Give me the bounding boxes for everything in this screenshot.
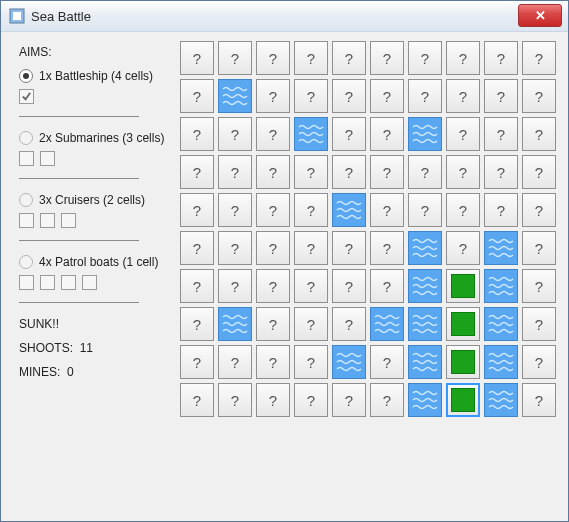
grid-cell-unknown[interactable]: ?: [522, 117, 556, 151]
grid-cell-unknown[interactable]: ?: [256, 117, 290, 151]
grid-cell-unknown[interactable]: ?: [218, 117, 252, 151]
grid-cell-unknown[interactable]: ?: [522, 155, 556, 189]
grid-cell-unknown[interactable]: ?: [408, 79, 442, 113]
grid-cell-unknown[interactable]: ?: [294, 155, 328, 189]
grid-cell-miss[interactable]: [484, 307, 518, 341]
grid-cell-hit[interactable]: [446, 345, 480, 379]
grid-cell-unknown[interactable]: ?: [256, 383, 290, 417]
grid-cell-miss[interactable]: [370, 307, 404, 341]
grid-cell-unknown[interactable]: ?: [446, 193, 480, 227]
grid-cell-unknown[interactable]: ?: [446, 41, 480, 75]
grid-cell-unknown[interactable]: ?: [522, 193, 556, 227]
grid-cell-unknown[interactable]: ?: [332, 231, 366, 265]
grid-cell-unknown[interactable]: ?: [180, 155, 214, 189]
grid-cell-unknown[interactable]: ?: [332, 383, 366, 417]
grid-cell-unknown[interactable]: ?: [522, 269, 556, 303]
grid-cell-unknown[interactable]: ?: [218, 41, 252, 75]
grid-cell-unknown[interactable]: ?: [180, 79, 214, 113]
grid-cell-unknown[interactable]: ?: [294, 345, 328, 379]
grid-cell-unknown[interactable]: ?: [256, 41, 290, 75]
grid-cell-unknown[interactable]: ?: [218, 193, 252, 227]
grid-cell-unknown[interactable]: ?: [256, 269, 290, 303]
grid-cell-unknown[interactable]: ?: [294, 79, 328, 113]
grid-cell-unknown[interactable]: ?: [294, 269, 328, 303]
grid-cell-unknown[interactable]: ?: [408, 155, 442, 189]
grid-cell-unknown[interactable]: ?: [218, 155, 252, 189]
grid-cell-unknown[interactable]: ?: [408, 193, 442, 227]
grid-cell-unknown[interactable]: ?: [408, 41, 442, 75]
grid-cell-unknown[interactable]: ?: [294, 193, 328, 227]
grid-cell-miss[interactable]: [408, 231, 442, 265]
grid-cell-hit[interactable]: [446, 383, 480, 417]
grid-cell-unknown[interactable]: ?: [446, 155, 480, 189]
grid-cell-unknown[interactable]: ?: [484, 79, 518, 113]
grid-cell-miss[interactable]: [218, 307, 252, 341]
grid-cell-unknown[interactable]: ?: [484, 41, 518, 75]
aim-battleship[interactable]: 1x Battleship (4 cells): [19, 69, 180, 83]
grid-cell-miss[interactable]: [484, 231, 518, 265]
grid-cell-unknown[interactable]: ?: [370, 269, 404, 303]
grid-cell-unknown[interactable]: ?: [218, 345, 252, 379]
grid-cell-miss[interactable]: [484, 345, 518, 379]
grid-cell-unknown[interactable]: ?: [180, 193, 214, 227]
grid-cell-miss[interactable]: [408, 383, 442, 417]
grid-cell-unknown[interactable]: ?: [294, 231, 328, 265]
grid-cell-unknown[interactable]: ?: [332, 117, 366, 151]
grid-cell-unknown[interactable]: ?: [180, 345, 214, 379]
grid-cell-unknown[interactable]: ?: [294, 41, 328, 75]
grid-cell-unknown[interactable]: ?: [522, 307, 556, 341]
grid-cell-miss[interactable]: [408, 307, 442, 341]
grid-cell-unknown[interactable]: ?: [370, 117, 404, 151]
grid-cell-unknown[interactable]: ?: [332, 155, 366, 189]
grid-cell-unknown[interactable]: ?: [218, 383, 252, 417]
grid-cell-unknown[interactable]: ?: [256, 307, 290, 341]
grid-cell-miss[interactable]: [332, 345, 366, 379]
grid-cell-unknown[interactable]: ?: [484, 117, 518, 151]
grid-cell-unknown[interactable]: ?: [446, 117, 480, 151]
radio-battleship[interactable]: [19, 69, 33, 83]
grid-cell-unknown[interactable]: ?: [256, 193, 290, 227]
grid-cell-unknown[interactable]: ?: [370, 193, 404, 227]
grid-cell-unknown[interactable]: ?: [294, 307, 328, 341]
grid-cell-unknown[interactable]: ?: [294, 383, 328, 417]
grid-cell-miss[interactable]: [408, 269, 442, 303]
grid-cell-miss[interactable]: [484, 383, 518, 417]
grid-cell-unknown[interactable]: ?: [256, 79, 290, 113]
grid-cell-unknown[interactable]: ?: [180, 269, 214, 303]
grid-cell-unknown[interactable]: ?: [218, 269, 252, 303]
grid-cell-miss[interactable]: [332, 193, 366, 227]
grid-cell-unknown[interactable]: ?: [370, 41, 404, 75]
grid-cell-unknown[interactable]: ?: [484, 193, 518, 227]
grid-cell-unknown[interactable]: ?: [446, 79, 480, 113]
grid-cell-unknown[interactable]: ?: [332, 41, 366, 75]
aim-patrolboats[interactable]: 4x Patrol boats (1 cell): [19, 255, 180, 269]
grid-cell-unknown[interactable]: ?: [218, 231, 252, 265]
radio-submarines[interactable]: [19, 131, 33, 145]
grid-cell-unknown[interactable]: ?: [370, 155, 404, 189]
grid-cell-unknown[interactable]: ?: [370, 383, 404, 417]
grid-cell-miss[interactable]: [218, 79, 252, 113]
grid-cell-hit[interactable]: [446, 269, 480, 303]
grid-cell-hit[interactable]: [446, 307, 480, 341]
grid-cell-unknown[interactable]: ?: [332, 307, 366, 341]
grid-cell-miss[interactable]: [408, 117, 442, 151]
grid-cell-unknown[interactable]: ?: [522, 231, 556, 265]
grid-cell-unknown[interactable]: ?: [446, 231, 480, 265]
grid-cell-unknown[interactable]: ?: [522, 79, 556, 113]
radio-cruisers[interactable]: [19, 193, 33, 207]
grid-cell-unknown[interactable]: ?: [256, 345, 290, 379]
grid-cell-unknown[interactable]: ?: [180, 117, 214, 151]
grid-cell-unknown[interactable]: ?: [256, 231, 290, 265]
grid-cell-unknown[interactable]: ?: [484, 155, 518, 189]
grid-cell-miss[interactable]: [294, 117, 328, 151]
aim-cruisers[interactable]: 3x Cruisers (2 cells): [19, 193, 180, 207]
grid-cell-unknown[interactable]: ?: [332, 269, 366, 303]
aim-submarines[interactable]: 2x Submarines (3 cells): [19, 131, 180, 145]
grid-cell-miss[interactable]: [408, 345, 442, 379]
close-button[interactable]: ✕: [518, 4, 562, 27]
grid-cell-unknown[interactable]: ?: [180, 41, 214, 75]
grid-cell-unknown[interactable]: ?: [370, 345, 404, 379]
grid-cell-unknown[interactable]: ?: [180, 307, 214, 341]
grid-cell-unknown[interactable]: ?: [522, 383, 556, 417]
grid-cell-unknown[interactable]: ?: [180, 383, 214, 417]
